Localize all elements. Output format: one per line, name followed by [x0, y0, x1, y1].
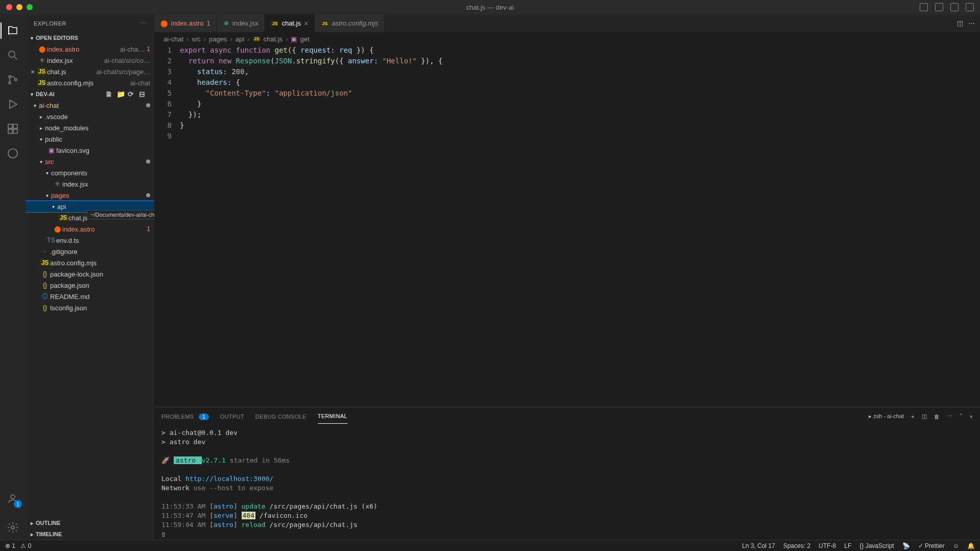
modified-dot-icon [146, 159, 150, 164]
collapse-icon[interactable]: ⊟ [139, 90, 148, 98]
tab-chat-js[interactable]: JS chat.js × [265, 14, 315, 32]
status-prettier[interactable]: ✓ Prettier [918, 542, 945, 549]
outline-header[interactable]: ▸ OUTLINE [26, 517, 154, 529]
tree-file[interactable]: {} tsconfig.json [26, 302, 154, 313]
chevron-down-icon: ▾ [28, 91, 36, 97]
tree-file[interactable]: ▣ favicon.svg [26, 145, 154, 156]
status-eol[interactable]: LF [844, 542, 851, 549]
project-header[interactable]: ▾ DEV-AI 🗎 📁 ⟳ ⊟ [26, 88, 154, 100]
layout-icon-4[interactable] [966, 3, 974, 11]
modified-dot-icon [146, 193, 150, 197]
chevron-up-icon[interactable]: ˄ [960, 413, 963, 420]
status-spaces[interactable]: Spaces: 2 [783, 542, 810, 549]
close-icon[interactable]: × [304, 19, 308, 28]
chevron-down-icon: ▾ [31, 103, 39, 108]
tab-index-jsx[interactable]: ⚛ index.jsx [217, 14, 265, 32]
panel-tab-debug[interactable]: DEBUG CONSOLE [255, 409, 307, 424]
window-minimize[interactable] [16, 4, 22, 10]
ts-file-icon: TS [46, 237, 56, 244]
layout-icon-2[interactable] [935, 3, 943, 11]
tree-file[interactable]: ◦ .gitignore [26, 246, 154, 257]
svg-point-9 [11, 495, 15, 499]
panel-tab-output[interactable]: OUTPUT [220, 409, 244, 424]
json-file-icon: {} [40, 282, 50, 289]
explorer-more-icon[interactable]: ⋯ [141, 20, 147, 27]
js-file-icon: JS [271, 21, 278, 26]
open-editor-item[interactable]: JS astro.config.mjs ai-chat [26, 77, 154, 88]
tree-folder[interactable]: ▾ pages [26, 190, 154, 201]
tree-file[interactable]: JS astro.config.mjs [26, 257, 154, 268]
chevron-right-icon: ▸ [37, 125, 45, 131]
chevron-down-icon: ▾ [49, 204, 57, 210]
tree-folder[interactable]: ▾ src [26, 156, 154, 167]
layout-icon-1[interactable] [920, 3, 928, 11]
more-icon[interactable]: ⋯ [947, 413, 952, 420]
method-icon: ▣ [291, 35, 297, 43]
tree-folder[interactable]: ▾ public [26, 133, 154, 145]
new-terminal-icon[interactable]: + [911, 414, 914, 420]
breadcrumbs[interactable]: ai-chat› src› pages› api› JS chat.js› ▣ … [154, 33, 980, 45]
window-title: chat.js — dev-ai [466, 4, 514, 11]
status-lang[interactable]: {} JavaScript [859, 542, 894, 549]
status-bell-icon[interactable]: 🔔 [967, 542, 975, 549]
account-badge: 1 [14, 500, 22, 508]
code-content[interactable]: export async function get({ request: req… [180, 45, 980, 407]
tree-folder[interactable]: ▾ components [26, 167, 154, 178]
status-feedback-icon[interactable]: ☺ [953, 542, 959, 549]
timeline-header[interactable]: ▸ TIMELINE [26, 529, 154, 540]
gitignore-file-icon: ◦ [40, 248, 50, 255]
source-control-icon[interactable] [1, 67, 25, 92]
more-icon[interactable]: ⋯ [968, 19, 975, 27]
window-maximize[interactable] [27, 4, 33, 10]
tab-astro-config[interactable]: JS astro.config.mjs [315, 14, 385, 32]
open-editors-header[interactable]: ▾ OPEN EDITORS [26, 32, 154, 43]
svg-point-0 [9, 51, 15, 57]
svg-rect-4 [8, 124, 12, 128]
tree-file[interactable]: ⓘ README.md [26, 291, 154, 302]
edge-icon[interactable] [1, 141, 25, 166]
refresh-icon[interactable]: ⟳ [128, 90, 137, 98]
run-debug-icon[interactable] [1, 92, 25, 117]
status-cursor[interactable]: Ln 3, Col 17 [742, 542, 775, 549]
panel-tab-terminal[interactable]: TERMINAL [318, 409, 347, 424]
js-file-icon: JS [253, 36, 261, 41]
code-editor[interactable]: 123 456 789 export async function get({ … [154, 45, 980, 407]
status-warnings[interactable]: ⚠ 0 [20, 542, 31, 549]
tree-folder[interactable]: ▸ .vscode [26, 111, 154, 122]
status-errors[interactable]: ⊗ 1 [5, 542, 15, 549]
open-editor-item[interactable]: ⚛ index.jsx ai-chat/src/co… [26, 55, 154, 66]
chevron-down-icon: ▾ [37, 136, 45, 142]
terminal-content[interactable]: > ai-chat@0.0.1 dev > astro dev 🚀 astro … [154, 425, 980, 540]
new-file-icon[interactable]: 🗎 [105, 90, 114, 98]
extensions-icon[interactable] [1, 117, 25, 141]
split-editor-icon[interactable]: ◫ [957, 19, 963, 27]
svg-point-8 [8, 149, 17, 158]
new-folder-icon[interactable]: 📁 [116, 90, 126, 98]
shell-label[interactable]: ▸ zsh - ai-chat [869, 413, 904, 420]
svg-rect-5 [13, 124, 17, 128]
tree-file[interactable]: ⚛ index.jsx [26, 178, 154, 190]
tree-file[interactable]: ⬤ index.astro 1 [26, 223, 154, 235]
status-encoding[interactable]: UTF-8 [819, 542, 836, 549]
tree-file[interactable]: TS env.d.ts [26, 235, 154, 246]
explorer-icon[interactable] [1, 18, 25, 43]
open-editor-item[interactable]: ⬤ index.astro ai-cha… 1 [26, 43, 154, 55]
close-panel-icon[interactable]: × [970, 414, 973, 420]
tree-file[interactable]: {} package.json [26, 280, 154, 291]
svg-rect-6 [8, 129, 12, 133]
split-terminal-icon[interactable]: ◫ [922, 413, 927, 420]
tree-folder[interactable]: ▸ node_modules [26, 122, 154, 133]
close-icon[interactable]: × [29, 68, 37, 76]
panel-tab-problems[interactable]: PROBLEMS 1 [161, 409, 209, 424]
layout-icon-3[interactable] [950, 3, 959, 11]
status-live-icon[interactable]: 📡 [902, 542, 910, 549]
tree-file[interactable]: {} package-lock.json [26, 268, 154, 280]
window-close[interactable] [6, 4, 12, 10]
settings-gear-icon[interactable] [1, 515, 25, 540]
search-icon[interactable] [1, 43, 25, 67]
account-icon[interactable]: 1 [1, 487, 25, 511]
tree-folder[interactable]: ▾ ai-chat [26, 100, 154, 111]
tab-index-astro[interactable]: ⬤ index.astro 1 [154, 14, 217, 32]
open-editor-item[interactable]: × JS chat.js ai-chat/src/page… [26, 66, 154, 77]
trash-icon[interactable]: 🗑 [934, 414, 940, 420]
